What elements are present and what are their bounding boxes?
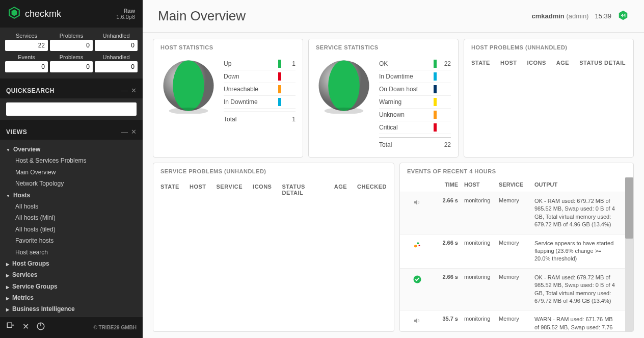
event-service[interactable]: Memory	[499, 316, 534, 322]
col-header[interactable]: HOST	[500, 60, 517, 66]
tree-overview[interactable]: Overview	[6, 144, 137, 155]
stat-color-bar	[278, 60, 281, 68]
tree-item[interactable]: Host search	[6, 247, 137, 258]
dashlet-title: SERVICE PROBLEMS (UNHANDLED)	[153, 163, 394, 177]
stat-row[interactable]: Down	[224, 70, 296, 83]
col-header[interactable]: AGE	[556, 60, 569, 66]
event-row[interactable]: 2.66 s monitoring Memory OK - RAM used: …	[400, 192, 625, 235]
svg-marker-7	[619, 11, 628, 20]
event-output: OK - RAM used: 679.72 MB of 985.52 MB, S…	[534, 274, 618, 305]
stat-row[interactable]: On Down host	[379, 83, 451, 96]
stat-row[interactable]: Unknown	[379, 109, 451, 121]
stat-color-bar	[434, 98, 437, 106]
tree-item[interactable]: All hosts	[6, 201, 137, 212]
main-header: Main Overview cmkadmin (admin) 15:39	[143, 0, 644, 33]
minimize-icon[interactable]: —	[121, 128, 128, 136]
event-host[interactable]: monitoring	[458, 274, 499, 280]
event-time: 2.66 s	[427, 197, 458, 203]
close-icon[interactable]: ✕	[131, 87, 137, 94]
col-header[interactable]: STATE	[160, 184, 179, 196]
stat-row[interactable]: Warning	[379, 96, 451, 109]
col-header[interactable]: HOST	[458, 181, 499, 188]
event-output: Service appears to have started flapping…	[534, 240, 618, 263]
tree-item[interactable]: Main Overview	[6, 167, 137, 178]
col-header[interactable]: TIME	[427, 181, 458, 188]
col-header[interactable]: OUTPUT	[534, 181, 618, 188]
stat-row[interactable]: In Downtime	[224, 96, 296, 109]
col-header[interactable]: STATUS DETAIL	[282, 184, 324, 196]
quicksearch-input[interactable]	[6, 102, 137, 116]
scrollbar-thumb[interactable]	[625, 177, 633, 239]
tree-item[interactable]: Services	[6, 269, 137, 280]
tac-events-count[interactable]: 0	[5, 61, 48, 72]
tac-services-count[interactable]: 22	[5, 40, 48, 51]
event-row[interactable]: 35.7 s monitoring Memory WARN - RAM used…	[400, 310, 625, 331]
add-snapin-icon[interactable]	[6, 322, 15, 333]
stat-row[interactable]: OK22	[379, 58, 451, 70]
tac-problems-count[interactable]: 0	[50, 40, 93, 51]
minimize-icon[interactable]: —	[121, 87, 128, 94]
col-header[interactable]: SERVICE	[217, 184, 243, 196]
stat-row[interactable]: Critical	[379, 121, 451, 134]
tree-item[interactable]: Service Groups	[6, 281, 137, 292]
tree-item[interactable]: Metrics	[6, 292, 137, 303]
tree-item[interactable]: Business Intelligence	[6, 303, 137, 315]
col-header[interactable]: SERVICE	[499, 181, 534, 188]
stat-total-row: Total22	[379, 137, 451, 151]
host-problems-headers: STATE HOST ICONS AGE STATUS DETAIL	[464, 54, 633, 72]
dashlet-title: HOST PROBLEMS (UNHANDLED)	[464, 39, 633, 54]
event-row[interactable]: 2.66 s monitoring Memory OK - RAM used: …	[400, 269, 625, 311]
event-host[interactable]: monitoring	[458, 197, 499, 203]
tree-item[interactable]: Host & Services Problems	[6, 155, 137, 166]
tactical-overview: Services22 Problems0 Unhandled0 Events0 …	[0, 28, 143, 79]
scrollbar[interactable]	[625, 177, 633, 331]
dashlet-title: SERVICE STATISTICS	[309, 39, 458, 54]
header-logo-icon[interactable]	[618, 10, 629, 22]
svg-marker-1	[12, 10, 17, 16]
stat-count: 1	[285, 60, 296, 67]
tree-item[interactable]: Favorite hosts	[6, 235, 137, 246]
tree-hosts[interactable]: Hosts	[6, 190, 137, 201]
event-service[interactable]: Memory	[499, 274, 534, 280]
tac-event-unhandled-count[interactable]: 0	[95, 61, 138, 72]
svg-point-10	[169, 108, 208, 114]
event-host[interactable]: monitoring	[458, 240, 499, 246]
col-header[interactable]: HOST	[190, 184, 206, 196]
col-header[interactable]: STATUS DETAIL	[579, 60, 626, 66]
stat-row[interactable]: Up1	[224, 58, 296, 70]
close-sidebar-icon[interactable]: ✕	[22, 322, 29, 333]
stat-color-bar	[278, 72, 281, 81]
user-name[interactable]: cmkadmin	[531, 12, 564, 20]
logout-icon[interactable]	[36, 322, 45, 333]
col-header[interactable]: ICONS	[527, 60, 546, 66]
user-area: cmkadmin (admin) 15:39	[531, 10, 629, 22]
tac-label: Events	[5, 53, 48, 61]
tac-unhandled-count[interactable]: 0	[95, 40, 138, 51]
logo-area: checkmk Raw 1.6.0p8	[0, 0, 143, 28]
tree-item[interactable]: Network Topology	[6, 178, 137, 189]
event-host[interactable]: monitoring	[458, 316, 499, 322]
event-output: WARN - RAM used: 671.76 MB of 985.52 MB,…	[534, 316, 618, 331]
speaker-icon	[407, 197, 427, 206]
event-row[interactable]: 2.66 s monitoring Memory Service appears…	[400, 235, 625, 269]
col-header[interactable]: ICONS	[253, 184, 272, 196]
col-header[interactable]: AGE	[334, 184, 347, 196]
views-snapin: VIEWS — ✕ Overview Host & Services Probl…	[0, 124, 143, 316]
event-service[interactable]: Memory	[499, 240, 534, 246]
stat-row[interactable]: Unreachable	[224, 83, 296, 96]
stat-total-row: Total1	[224, 112, 296, 125]
col-header[interactable]: CHECKED	[357, 184, 387, 196]
close-icon[interactable]: ✕	[131, 128, 137, 136]
event-service[interactable]: Memory	[499, 197, 534, 203]
tac-event-problems-count[interactable]: 0	[50, 61, 93, 72]
tree-item[interactable]: All hosts (tiled)	[6, 224, 137, 235]
stat-color-bar	[434, 123, 437, 132]
speaker-icon	[407, 316, 427, 325]
stat-row[interactable]: In Downtime	[379, 70, 451, 83]
event-time: 2.66 s	[427, 274, 458, 280]
service-statistics-dashlet: SERVICE STATISTICS OK22In DowntimeOn Dow…	[308, 39, 459, 158]
col-header[interactable]: STATE	[471, 60, 490, 66]
logo[interactable]: checkmk	[8, 6, 61, 21]
tree-item[interactable]: Host Groups	[6, 258, 137, 269]
tree-item[interactable]: All hosts (Mini)	[6, 212, 137, 223]
